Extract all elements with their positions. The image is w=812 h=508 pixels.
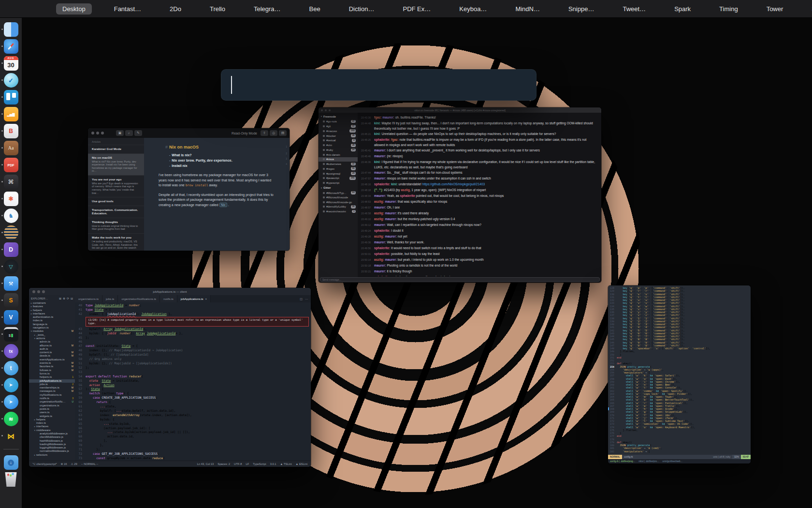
app-switcher-item-keyboa[interactable]: Keyboa… <box>453 3 493 15</box>
tree-file-users-ts[interactable]: users.ts <box>29 411 75 414</box>
app-switcher-item-spotify[interactable]: Spotify <box>805 3 812 15</box>
zoom-button[interactable] <box>329 109 331 111</box>
channel-item-ruby[interactable]: #ruby94 <box>319 148 358 152</box>
editor-tab-notifs-ts[interactable]: notifs.ts <box>160 295 177 302</box>
status-item[interactable]: ⚠ 29 <box>71 463 77 465</box>
channel-item-macosx[interactable]: #macosx163 <box>319 129 358 134</box>
note-list-item-make-the-tools-work-for-you[interactable]: Make the tools work for youI ♥ tooling a… <box>88 233 144 251</box>
channel-item-nixos[interactable]: #nixos <box>319 157 358 162</box>
tree-file-favorites-ts[interactable]: favorites.tsM <box>29 365 75 368</box>
app-switcher-item-spark[interactable]: Spark <box>668 3 697 15</box>
channel-group-gitter[interactable]: ▼Gitter <box>319 185 358 191</box>
tree-folder-containers[interactable]: ▸containers <box>29 301 75 305</box>
app-switcher-item-fantast[interactable]: Fantast… <box>108 3 147 15</box>
dock-icon-safari[interactable] <box>4 39 18 54</box>
status-item[interactable]: UTF-8 <box>234 463 242 465</box>
dock-icon-calendar[interactable]: AUG30 <box>4 56 18 71</box>
dock-icon-fox-app[interactable]: ♞ <box>4 209 18 223</box>
tree-folder-modules[interactable]: ▾modulesM <box>29 329 75 333</box>
channel-item-nix-darwin[interactable]: #nix-darwin <box>319 152 358 157</box>
vscode-code[interactable]: 40type JobApplicationId = number;41type … <box>75 302 311 461</box>
dock-icon-flask-app[interactable]: ▽ <box>4 259 18 274</box>
spotlight-launcher-input[interactable] <box>221 69 536 101</box>
app-switcher-item-tweet[interactable]: Tweet… <box>616 3 652 15</box>
tree-file-eventapplications-ts[interactable]: eventApplications.ts <box>29 358 75 361</box>
nix-link-tag[interactable]: Nix <box>219 203 227 207</box>
dock-icon-pdf-expert[interactable]: PDF <box>4 158 18 172</box>
dock-icon-tweetbot[interactable]: t <box>4 361 18 375</box>
status-item[interactable]: 3.0.1 <box>270 463 276 465</box>
tree-file-loadingmiddleware-js[interactable]: loadingMiddleware.js <box>29 443 75 446</box>
app-switcher-item-bee[interactable]: Bee <box>303 3 327 15</box>
tree-file-widgets-ts[interactable]: widgets.ts <box>29 415 75 418</box>
tree-folder-interfaces[interactable]: ▸interfaces <box>29 312 75 315</box>
dock-icon-bee[interactable]: B <box>4 124 18 138</box>
irc-message-input[interactable]: Send message... <box>320 277 600 282</box>
tree-file-loggingmiddleware-js[interactable]: loggingMiddleware.js <box>29 446 75 449</box>
tree-file-events-ts[interactable]: events.tsM <box>29 361 75 365</box>
tree-file-posts-ts[interactable]: posts.ts <box>29 407 75 411</box>
dock-icon-striped-globe[interactable] <box>4 225 18 240</box>
dock-icon-timing[interactable]: ▂▅▇ <box>4 107 18 121</box>
tree-file-admin-ts[interactable]: admin.ts <box>29 340 75 344</box>
terminal-body[interactable]: 128 key('q', 'p', 'p', ['command', 'shif… <box>608 286 751 455</box>
note-list-item-you-are-not-your-ego[interactable]: You are not your egoWho are you? Ego dea… <box>88 175 144 197</box>
tree-file-organizationnotific[interactable]: organizationNotific…U <box>29 400 75 403</box>
channel-item-postgresql[interactable]: #postgresql29 <box>319 171 358 176</box>
tree-file-navigation-ts[interactable]: navigation.ts <box>29 326 75 329</box>
tmux-window-item[interactable]: config.rb | .dotfiles/prog… <box>610 460 635 463</box>
channel-item-microsoft-typ[interactable]: #Microsoft/Typ…64 <box>319 191 358 195</box>
note-list-item-transportation-communication-education[interactable]: Transportation. Communication. Education… <box>88 206 144 218</box>
app-switcher-item-diction[interactable]: Diction… <box>343 3 381 15</box>
tree-folder-helpers[interactable]: ▸helpers <box>29 309 75 312</box>
app-switcher-item-pdf-ex[interactable]: PDF Ex… <box>396 3 437 15</box>
dock-icon-xcode[interactable]: ⚒ <box>4 276 18 291</box>
tree-folder-actions[interactable]: ▾actions <box>29 337 75 340</box>
dock-icon-textexpander[interactable]: tx <box>4 344 18 359</box>
dock-icon-sublime-text[interactable]: S <box>4 293 18 308</box>
tree-file-language-ts[interactable]: language.ts <box>29 323 75 326</box>
dock-icon-butterfly[interactable]: ⋈ <box>4 429 18 443</box>
tree-folder-features[interactable]: ▸features <box>29 305 75 308</box>
status-item[interactable]: ⌥ client/typescript* <box>32 463 57 465</box>
tree-file-albums-ts[interactable]: albums.tsM <box>29 344 75 347</box>
close-icon[interactable]: × <box>205 298 207 300</box>
editor-tab-jobs-ts[interactable]: jobs.ts <box>102 295 118 302</box>
channel-item-microsoft-vscode-go[interactable]: #Microsoft/vscode-go <box>319 200 358 204</box>
channel-item-textual[interactable]: #textual9 <box>319 138 358 143</box>
channel-group-freenode[interactable]: ▼Freenode <box>319 114 358 119</box>
dock-icon-finder[interactable] <box>4 22 18 37</box>
editor-tab-organizations-ts[interactable]: organizations.ts <box>75 295 102 302</box>
app-switcher-item-tower[interactable]: Tower <box>760 3 790 15</box>
tree-file-messages-ts[interactable]: messages.tsM <box>29 389 75 393</box>
tree-folder-interfaces[interactable]: ▸interfaces <box>29 425 75 428</box>
app-switcher-item-mindn[interactable]: MindN… <box>509 3 546 15</box>
tree-folder-tests[interactable]: ▸_tests_ <box>29 333 75 337</box>
close-button[interactable] <box>321 109 323 111</box>
refresh-icon[interactable]: ⟳ <box>67 297 69 300</box>
status-item[interactable]: LF <box>246 463 249 465</box>
note-list-item-thinking-thoughts[interactable]: Thinking thoughtsHow to cultivate origin… <box>88 218 144 233</box>
status-item[interactable]: ⊗ 16 <box>61 463 67 465</box>
app-switcher-item-telegra[interactable]: Telegra… <box>247 3 287 15</box>
dock-icon-vscode[interactable]: V <box>4 310 18 325</box>
channel-item-kubernetes[interactable]: #kubernetes32 <box>319 162 358 166</box>
minimize-button[interactable] <box>96 132 99 134</box>
publish-icon[interactable]: ◎ <box>270 130 277 136</box>
dock-icon-dash[interactable]: D <box>4 242 18 257</box>
compose-icon[interactable]: ✎ <box>134 130 142 136</box>
note-list-item-use-good-tools[interactable]: Use good tools <box>88 197 144 206</box>
tmux-window-item[interactable]: nikivi | .dotfiles/pro… <box>638 460 659 463</box>
close-button[interactable] <box>32 290 35 293</box>
status-item[interactable]: Ln 43, Col 13 <box>197 463 214 465</box>
app-switcher-item-trello[interactable]: Trello <box>203 3 232 15</box>
tree-file-index-ts[interactable]: index.ts <box>29 421 75 425</box>
dock-icon-spark[interactable]: ➤ <box>4 395 18 409</box>
collapse-all-icon[interactable]: ⊟ <box>71 297 73 300</box>
dock-icon-dictionary[interactable]: Aa <box>4 141 18 155</box>
tree-file-forms-ts[interactable]: forms.ts <box>29 372 75 375</box>
note-list-item-nix-on-macos[interactable]: Nix on macOSWhat is nix? Nix over brew. … <box>88 153 144 175</box>
tree-file-mynotifications-ts[interactable]: myNotifications.ts <box>29 393 75 397</box>
tmux-window-item[interactable]: unix/gu/sheet/web… <box>663 460 683 463</box>
new-folder-icon[interactable]: ⊕ <box>63 297 65 300</box>
